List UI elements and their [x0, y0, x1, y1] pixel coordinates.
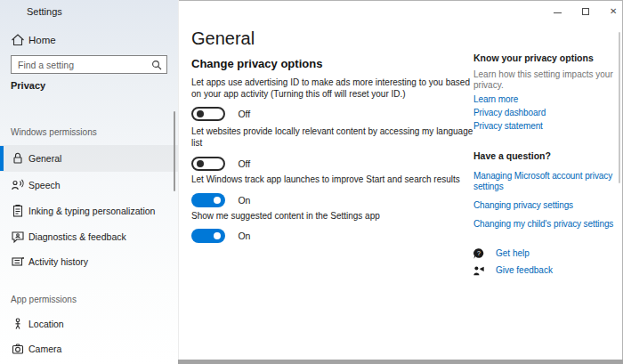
toggle-state-label: Off [238, 158, 250, 169]
sidebar-page-label: Privacy [11, 80, 45, 91]
link-privacy-dashboard[interactable]: Privacy dashboard [473, 108, 623, 118]
speech-icon [11, 178, 25, 192]
window-title: Settings [27, 6, 62, 17]
link-changing-child-privacy[interactable]: Changing my child's privacy settings [473, 219, 623, 230]
give-feedback-link[interactable]: Give feedback [496, 265, 553, 275]
camera-icon [11, 342, 25, 356]
app-launch-tracking-toggle[interactable] [191, 193, 225, 207]
sidebar-item-label: Location [28, 319, 64, 329]
sidebar-section-header: Windows permissions [11, 127, 97, 137]
sidebar-item-home[interactable]: Home [0, 29, 178, 51]
diagnostics-icon [11, 230, 25, 244]
give-feedback-icon [473, 264, 485, 277]
sidebar-item-general[interactable]: General [0, 148, 178, 169]
toggle-state-label: On [238, 231, 250, 241]
link-managing-account-privacy[interactable]: Managing Microsoft account privacy setti… [473, 171, 623, 192]
get-help-icon: ? [473, 247, 485, 260]
setting-description: Let apps use advertising ID to make ads … [191, 77, 481, 100]
lock-icon [11, 151, 25, 166]
close-button[interactable] [606, 4, 622, 19]
language-list-toggle[interactable] [191, 157, 225, 171]
home-icon [11, 33, 25, 47]
aside-know-title: Know your privacy options [473, 53, 594, 63]
setting-description: Let Windows track app launches to improv… [191, 174, 481, 186]
sidebar-item-inking[interactable]: Inking & typing personalization [0, 200, 178, 222]
location-icon [11, 317, 25, 331]
aside-question-title: Have a question? [473, 150, 551, 161]
search-icon[interactable] [151, 60, 162, 70]
aside-know-links: Learn more Privacy dashboard Privacy sta… [473, 94, 623, 134]
sidebar-item-label: Activity history [28, 256, 88, 267]
setting-description: Show me suggested content in the Setting… [191, 211, 481, 222]
setting-toggle-row: Off [191, 105, 250, 120]
settings-window: Settings Home Find a setting Privacy Win… [0, 0, 623, 364]
main-scrollbar[interactable] [619, 32, 620, 183]
section-title: Change privacy options [191, 57, 322, 70]
minimize-button[interactable] [550, 4, 566, 19]
setting-toggle-row: Off [191, 155, 250, 170]
sidebar: Settings Home Find a setting Privacy Win… [0, 0, 179, 364]
sidebar-scrollbar[interactable] [174, 111, 175, 191]
toggle-state-label: Off [238, 109, 250, 119]
setting-toggle-row: On [191, 191, 250, 206]
sidebar-item-label: Speech [28, 180, 61, 190]
search-placeholder: Find a setting [18, 60, 74, 70]
sidebar-section-header: App permissions [11, 295, 77, 304]
sidebar-item-camera[interactable]: Camera [0, 338, 178, 360]
sidebar-item-label: Diagnostics & feedback [28, 231, 126, 242]
suggested-content-toggle[interactable] [191, 229, 225, 243]
link-learn-more[interactable]: Learn more [473, 94, 623, 105]
link-changing-privacy-settings[interactable]: Changing privacy settings [473, 200, 623, 211]
sidebar-item-location[interactable]: Location [0, 313, 178, 335]
inking-icon [11, 204, 25, 218]
setting-toggle-row: On [191, 227, 250, 242]
aside-know-body: Learn how this setting impacts your priv… [473, 69, 623, 91]
sidebar-item-label: General [28, 153, 61, 164]
sidebar-item-diagnostics[interactable]: Diagnostics & feedback [0, 226, 178, 247]
setting-description: Let websites provide locally relevant co… [191, 126, 481, 149]
link-privacy-statement[interactable]: Privacy statement [473, 121, 623, 132]
advertising-id-toggle[interactable] [191, 107, 225, 121]
sidebar-item-label: Camera [28, 344, 61, 354]
page-title: General [191, 28, 255, 49]
aside-question-links: Managing Microsoft account privacy setti… [473, 171, 623, 238]
get-help-link[interactable]: Get help [496, 248, 530, 258]
sidebar-item-label: Home [28, 35, 56, 45]
maximize-button[interactable] [578, 4, 595, 19]
sidebar-item-speech[interactable]: Speech [0, 174, 178, 196]
bottom-edge-strip [178, 360, 623, 364]
sidebar-item-label: Inking & typing personalization [28, 206, 155, 216]
toggle-state-label: On [238, 195, 250, 206]
sidebar-item-activity[interactable]: Activity history [0, 251, 178, 272]
svg-text:?: ? [477, 250, 481, 256]
search-input[interactable]: Find a setting [11, 55, 167, 74]
activity-icon [11, 255, 25, 269]
